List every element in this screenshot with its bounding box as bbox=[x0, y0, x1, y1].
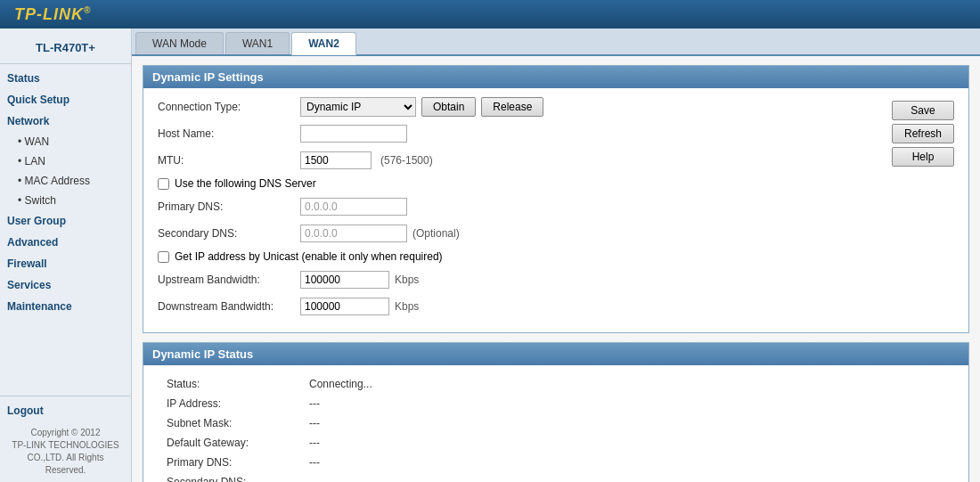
sidebar-item-services[interactable]: Services bbox=[0, 274, 131, 296]
subnet-mask-value: --- bbox=[300, 413, 954, 433]
settings-form-with-side: Connection Type: Dynamic IP Static IP PP… bbox=[158, 97, 954, 323]
dynamic-ip-status-title: Dynamic IP Status bbox=[143, 343, 968, 365]
default-gateway-label: Default Gateway: bbox=[158, 433, 300, 453]
host-name-control bbox=[300, 125, 407, 143]
refresh-button[interactable]: Refresh bbox=[892, 124, 954, 143]
downstream-control: Kbps bbox=[300, 298, 419, 315]
host-name-label: Host Name: bbox=[158, 127, 300, 140]
status-table: Status: Connecting... IP Address: --- Su… bbox=[158, 374, 954, 482]
connection-type-label: Connection Type: bbox=[158, 101, 300, 113]
mtu-input[interactable] bbox=[300, 151, 372, 169]
status-primary-dns-value: --- bbox=[300, 453, 954, 472]
status-value: Connecting... bbox=[300, 374, 954, 394]
status-label: Status: bbox=[158, 374, 300, 394]
downstream-row: Downstream Bandwidth: Kbps bbox=[158, 297, 883, 316]
secondary-dns-row: Secondary DNS: (Optional) bbox=[158, 224, 883, 243]
main-content: WAN Mode WAN1 WAN2 Dynamic IP Settings C… bbox=[132, 29, 980, 482]
default-gateway-value: --- bbox=[300, 433, 954, 453]
ip-address-row: IP Address: --- bbox=[158, 394, 954, 413]
sidebar: TL-R470T+ Status Quick Setup Network WAN… bbox=[0, 29, 132, 482]
release-button[interactable]: Release bbox=[481, 97, 543, 117]
dynamic-ip-status-box: Dynamic IP Status Status: Connecting... … bbox=[143, 342, 969, 482]
ip-address-label: IP Address: bbox=[158, 394, 300, 413]
tab-wan1[interactable]: WAN1 bbox=[225, 32, 290, 54]
obtain-button[interactable]: Obtain bbox=[421, 97, 476, 117]
sidebar-item-network[interactable]: Network bbox=[0, 110, 131, 132]
dynamic-ip-settings-title: Dynamic IP Settings bbox=[143, 66, 968, 88]
dynamic-ip-settings-box: Dynamic IP Settings Connection Type: Dyn… bbox=[143, 65, 969, 333]
sidebar-item-maintenance[interactable]: Maintenance bbox=[0, 296, 131, 317]
upstream-input[interactable] bbox=[300, 271, 389, 289]
downstream-unit: Kbps bbox=[395, 300, 419, 313]
device-name: TL-R470T+ bbox=[0, 36, 131, 64]
dynamic-ip-settings-body: Connection Type: Dynamic IP Static IP PP… bbox=[143, 88, 968, 332]
secondary-dns-input[interactable] bbox=[300, 225, 407, 242]
primary-dns-label: Primary DNS: bbox=[158, 200, 300, 213]
sidebar-item-user-group[interactable]: User Group bbox=[0, 210, 131, 232]
status-primary-dns-label: Primary DNS: bbox=[158, 453, 300, 472]
upstream-row: Upstream Bandwidth: Kbps bbox=[158, 270, 883, 290]
upstream-control: Kbps bbox=[300, 271, 419, 289]
help-button[interactable]: Help bbox=[892, 147, 954, 167]
unicast-row: Get IP address by Unicast (enable it onl… bbox=[158, 250, 883, 263]
unicast-checkbox[interactable] bbox=[158, 251, 169, 263]
status-secondary-dns-label: Secondary DNS: bbox=[158, 472, 300, 482]
secondary-dns-label: Secondary DNS: bbox=[158, 227, 300, 240]
status-row: Status: Connecting... bbox=[158, 374, 954, 394]
wan-tabs: WAN Mode WAN1 WAN2 bbox=[132, 29, 980, 56]
ip-address-value: --- bbox=[300, 394, 954, 413]
sidebar-item-switch[interactable]: Switch bbox=[0, 191, 131, 210]
sidebar-item-status[interactable]: Status bbox=[0, 68, 131, 89]
mtu-label: MTU: bbox=[158, 154, 300, 167]
sidebar-divider bbox=[0, 396, 131, 396]
sidebar-footer: Copyright © 2012TP-LINK TECHNOLOGIESCO.,… bbox=[0, 421, 131, 482]
logout-link[interactable]: Logout bbox=[0, 400, 131, 421]
dynamic-ip-status-body: Status: Connecting... IP Address: --- Su… bbox=[143, 365, 968, 482]
connection-type-select[interactable]: Dynamic IP Static IP PPPoE bbox=[300, 97, 416, 117]
upstream-unit: Kbps bbox=[395, 274, 419, 286]
status-secondary-dns-row: Secondary DNS: --- bbox=[158, 472, 954, 482]
dns-checkbox[interactable] bbox=[158, 178, 169, 190]
sidebar-item-firewall[interactable]: Firewall bbox=[0, 253, 131, 274]
connection-type-control: Dynamic IP Static IP PPPoE Obtain Releas… bbox=[300, 97, 543, 117]
upstream-label: Upstream Bandwidth: bbox=[158, 274, 300, 286]
downstream-label: Downstream Bandwidth: bbox=[158, 300, 300, 313]
form-side-buttons: Save Refresh Help bbox=[892, 97, 954, 323]
secondary-dns-optional: (Optional) bbox=[412, 227, 460, 240]
connection-type-row: Connection Type: Dynamic IP Static IP PP… bbox=[158, 97, 883, 117]
dns-checkbox-label: Use the following DNS Server bbox=[175, 177, 316, 190]
downstream-input[interactable] bbox=[300, 298, 389, 315]
tab-wan2[interactable]: WAN2 bbox=[291, 32, 356, 55]
logo-registered: ® bbox=[84, 5, 91, 15]
settings-form-main: Connection Type: Dynamic IP Static IP PP… bbox=[158, 97, 883, 323]
status-primary-dns-row: Primary DNS: --- bbox=[158, 453, 954, 472]
sidebar-item-lan[interactable]: LAN bbox=[0, 151, 131, 171]
sidebar-item-wan[interactable]: WAN bbox=[0, 132, 131, 151]
unicast-label: Get IP address by Unicast (enable it onl… bbox=[175, 250, 443, 263]
status-secondary-dns-value: --- bbox=[300, 472, 954, 482]
secondary-dns-control: (Optional) bbox=[300, 225, 460, 242]
subnet-mask-label: Subnet Mask: bbox=[158, 413, 300, 433]
primary-dns-control bbox=[300, 198, 407, 216]
subnet-mask-row: Subnet Mask: --- bbox=[158, 413, 954, 433]
tab-wan-mode[interactable]: WAN Mode bbox=[135, 32, 224, 54]
dns-checkbox-row: Use the following DNS Server bbox=[158, 177, 883, 190]
mtu-row: MTU: (576-1500) bbox=[158, 151, 883, 170]
sidebar-item-advanced[interactable]: Advanced bbox=[0, 232, 131, 253]
host-name-row: Host Name: bbox=[158, 124, 883, 143]
sidebar-item-quick-setup[interactable]: Quick Setup bbox=[0, 89, 131, 110]
logo: TP-LINK® bbox=[14, 5, 91, 24]
mtu-control: (576-1500) bbox=[300, 151, 433, 169]
default-gateway-row: Default Gateway: --- bbox=[158, 433, 954, 453]
content-area: Dynamic IP Settings Connection Type: Dyn… bbox=[132, 56, 980, 482]
mtu-range: (576-1500) bbox=[380, 154, 433, 167]
host-name-input[interactable] bbox=[300, 125, 407, 143]
primary-dns-input[interactable] bbox=[300, 198, 407, 216]
sidebar-item-mac-address[interactable]: MAC Address bbox=[0, 171, 131, 191]
primary-dns-row: Primary DNS: bbox=[158, 197, 883, 216]
save-button[interactable]: Save bbox=[892, 101, 954, 120]
